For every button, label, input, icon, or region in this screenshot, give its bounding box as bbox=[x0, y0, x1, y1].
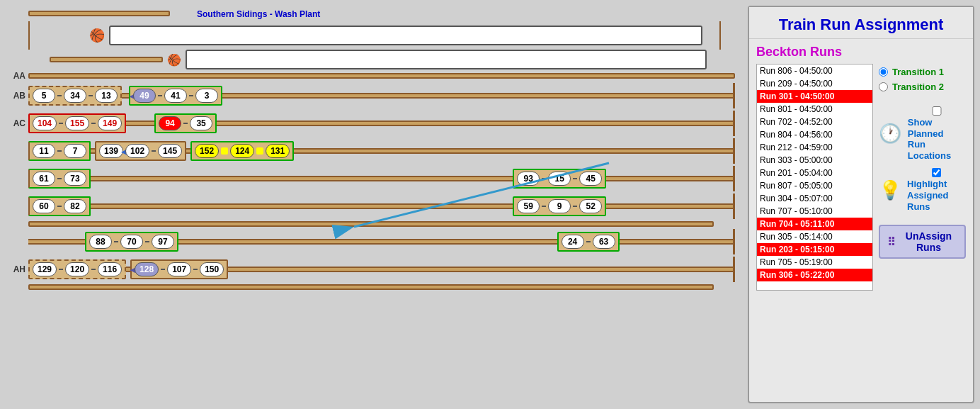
highlight-runs-row: 💡 HighlightAssigned Runs bbox=[879, 168, 966, 212]
car-r3-59[interactable]: 59 bbox=[517, 199, 540, 213]
car-ac-104[interactable]: 104 bbox=[33, 116, 57, 130]
yard-container: Southern Sidings - Wash Plant 🏀 🏀 bbox=[7, 7, 735, 402]
runs-list-container: Run 806 - 04:50:00Run 209 - 04:50:00Run … bbox=[756, 64, 966, 396]
run-item[interactable]: Run 209 - 04:50:00 bbox=[757, 77, 872, 90]
run-item[interactable]: Run 702 - 04:52:00 bbox=[757, 116, 872, 128]
clock-calendar-icon: 🕐 bbox=[879, 121, 902, 147]
options-section: 🕐 ShowPlannedRun Locations 💡 HighlightAs… bbox=[879, 106, 966, 212]
row-label-ab: AB bbox=[8, 91, 28, 101]
transition2-radio[interactable] bbox=[879, 82, 888, 91]
run-item[interactable]: Run 303 - 05:00:00 bbox=[757, 154, 872, 167]
car-ah-128[interactable]: 128 bbox=[135, 262, 159, 276]
assignment-title: Train Run Assignment bbox=[749, 7, 973, 39]
car-r2-61[interactable]: 61 bbox=[33, 172, 55, 186]
car-r4-63[interactable]: 63 bbox=[593, 235, 615, 249]
unassign-label: UnAssign Runs bbox=[900, 230, 957, 253]
car-ah-150[interactable]: 150 bbox=[200, 262, 224, 276]
assignment-body: Beckton Runs Run 806 - 04:50:00Run 209 -… bbox=[749, 39, 973, 402]
car-ab-3[interactable]: 3 bbox=[195, 89, 218, 103]
run-item[interactable]: Run 807 - 05:05:00 bbox=[757, 179, 872, 192]
car-r2-93[interactable]: 93 bbox=[517, 172, 540, 186]
lightbulb-icon: 💡 bbox=[879, 177, 901, 203]
grid-icon: ⠿ bbox=[887, 235, 896, 249]
yard-panel: Southern Sidings - Wash Plant 🏀 🏀 bbox=[0, 0, 742, 409]
car-r4-24[interactable]: 24 bbox=[562, 235, 584, 249]
row-label-ac: AC bbox=[8, 118, 28, 128]
car-r1-124[interactable]: 124 bbox=[230, 144, 254, 158]
car-r1-145[interactable]: 145 bbox=[158, 144, 182, 158]
transition1-radio[interactable] bbox=[879, 67, 888, 77]
car-r2-73[interactable]: 73 bbox=[64, 172, 86, 186]
highlight-runs-checkbox[interactable] bbox=[907, 168, 966, 177]
right-options: Transition 1 Transition 2 🕐 ShowPlannedR… bbox=[879, 64, 966, 396]
planned-locations-checkbox[interactable] bbox=[908, 106, 966, 116]
run-item[interactable]: Run 705 - 05:19:00 bbox=[757, 256, 872, 269]
car-r1-131[interactable]: 131 bbox=[266, 144, 290, 158]
car-r1-7[interactable]: 7 bbox=[64, 144, 86, 158]
run-item[interactable]: Run 301 - 04:50:00 bbox=[757, 90, 872, 103]
car-r4-70[interactable]: 70 bbox=[120, 235, 143, 249]
car-ab-49[interactable]: 49 bbox=[133, 89, 156, 103]
transition-section: Transition 1 Transition 2 bbox=[879, 67, 966, 92]
transition2-row[interactable]: Transition 2 bbox=[879, 82, 966, 92]
car-ah-107[interactable]: 107 bbox=[167, 262, 191, 276]
unassign-button[interactable]: ⠿ UnAssign Runs bbox=[879, 225, 966, 259]
car-r1-152[interactable]: 152 bbox=[195, 144, 219, 158]
car-ac-155[interactable]: 155 bbox=[65, 116, 89, 130]
car-ac-35[interactable]: 35 bbox=[190, 116, 212, 130]
sidings-label: Southern Sidings - Wash Plant bbox=[197, 9, 320, 19]
run-item[interactable]: Run 707 - 05:10:00 bbox=[757, 205, 872, 218]
car-ab-5[interactable]: 5 bbox=[33, 89, 55, 103]
car-r4-88[interactable]: 88 bbox=[89, 235, 112, 249]
run-item[interactable]: Run 304 - 05:07:00 bbox=[757, 192, 872, 205]
car-ac-94[interactable]: 94 bbox=[159, 116, 181, 130]
car-r4-97[interactable]: 97 bbox=[152, 235, 174, 249]
run-item[interactable]: Run 305 - 05:14:00 bbox=[757, 230, 872, 243]
planned-locations-label: ShowPlannedRun Locations bbox=[908, 117, 966, 161]
basketball-icon: 🏀 bbox=[89, 28, 105, 43]
car-r3-52[interactable]: 52 bbox=[579, 199, 602, 213]
runs-list[interactable]: Run 806 - 04:50:00Run 209 - 04:50:00Run … bbox=[756, 64, 873, 291]
highlight-runs-label: HighlightAssigned Runs bbox=[907, 179, 966, 212]
car-r3-9[interactable]: 9 bbox=[548, 199, 571, 213]
car-ab-13[interactable]: 13 bbox=[95, 89, 118, 103]
row-label-aa: AA bbox=[8, 71, 28, 81]
row-label-ah: AH bbox=[8, 264, 28, 274]
car-ac-149[interactable]: 149 bbox=[98, 116, 122, 130]
run-item[interactable]: Run 306 - 05:22:00 bbox=[757, 269, 872, 281]
transition2-label: Transition 2 bbox=[892, 82, 944, 92]
basketball-icon-2: 🏀 bbox=[167, 53, 181, 67]
car-r2-15[interactable]: 15 bbox=[548, 172, 571, 186]
car-r3-82[interactable]: 82 bbox=[64, 199, 86, 213]
planned-locations-row: 🕐 ShowPlannedRun Locations bbox=[879, 106, 966, 161]
run-item[interactable]: Run 804 - 04:56:00 bbox=[757, 128, 872, 141]
transition1-row[interactable]: Transition 1 bbox=[879, 67, 966, 77]
car-r3-60[interactable]: 60 bbox=[33, 199, 55, 213]
car-ah-116[interactable]: 116 bbox=[98, 262, 122, 276]
car-r2-45[interactable]: 45 bbox=[579, 172, 602, 186]
runs-section-title: Beckton Runs bbox=[756, 45, 966, 60]
transition1-label: Transition 1 bbox=[892, 67, 944, 77]
run-item[interactable]: Run 201 - 05:04:00 bbox=[757, 167, 872, 179]
run-item[interactable]: Run 806 - 04:50:00 bbox=[757, 65, 872, 77]
assignment-panel: Train Run Assignment Beckton Runs Run 80… bbox=[748, 6, 974, 403]
car-ab-41[interactable]: 41 bbox=[164, 89, 187, 103]
car-ab-34[interactable]: 34 bbox=[64, 89, 86, 103]
car-ah-129[interactable]: 129 bbox=[33, 262, 57, 276]
run-item[interactable]: Run 801 - 04:50:00 bbox=[757, 103, 872, 116]
car-r1-11[interactable]: 11 bbox=[33, 144, 55, 158]
run-item[interactable]: Run 704 - 05:11:00 bbox=[757, 218, 872, 230]
run-item[interactable]: Run 203 - 05:15:00 bbox=[757, 243, 872, 256]
run-item[interactable]: Run 212 - 04:59:00 bbox=[757, 141, 872, 154]
car-ah-120[interactable]: 120 bbox=[65, 262, 89, 276]
car-r1-102[interactable]: 102 bbox=[125, 144, 149, 158]
